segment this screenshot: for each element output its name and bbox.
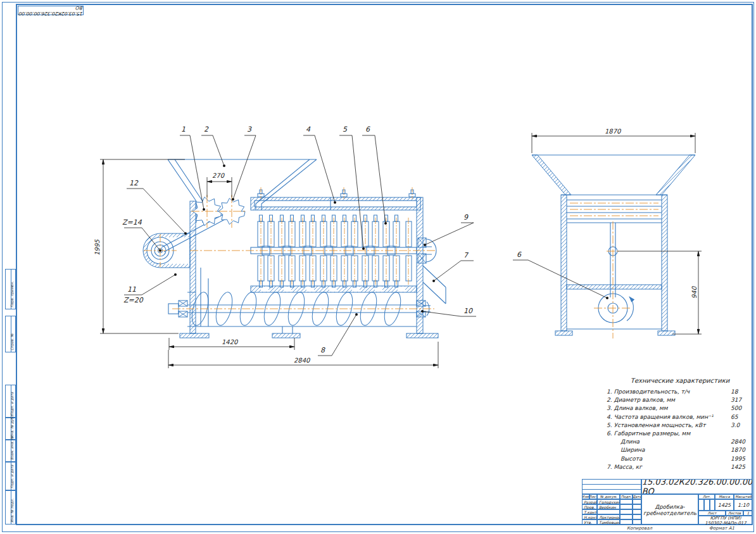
dim-1420: 1420 xyxy=(222,339,237,345)
callout-11: 11 xyxy=(127,286,136,293)
tech-specs: Технические характеристики 1. Производит… xyxy=(607,377,753,472)
leader-dots xyxy=(159,165,608,316)
spec-row: 2. Диаметр валков, мм317 xyxy=(607,397,753,403)
callout-3: 3 xyxy=(247,126,251,133)
spec-row: 5. Установленная мощность, кВт3.0 xyxy=(607,422,753,428)
spec-row: 6. Габаритные размеры, мм xyxy=(607,430,753,437)
callout-9: 9 xyxy=(463,214,468,221)
footer-copied: Копировал xyxy=(627,526,652,531)
drawing-sheet: 15.03.02К20.326.00.00.00 ВО Перв. примен… xyxy=(0,0,756,534)
dim-940: 940 xyxy=(691,287,698,299)
spec-row: 1. Производительность, т/ч18 xyxy=(607,388,753,395)
dim-1995: 1995 xyxy=(94,240,101,256)
spec-row: 7. Масса, кг1425 xyxy=(607,464,753,470)
generated-details xyxy=(179,190,426,327)
dim-1870: 1870 xyxy=(605,128,621,135)
spec-row: 3. Длина валков, мм500 xyxy=(607,405,753,411)
spec-row: Длина2840 xyxy=(607,438,753,445)
callout-4: 4 xyxy=(306,126,310,133)
callout-12: 12 xyxy=(129,180,138,187)
callout-5: 5 xyxy=(343,126,347,133)
callout-8: 8 xyxy=(320,347,325,354)
callout-6: 6 xyxy=(365,126,370,133)
spec-row: Ширина1870 xyxy=(607,447,753,453)
callout-2: 2 xyxy=(204,126,208,133)
tech-specs-title: Технические характеристики xyxy=(607,377,753,384)
spec-row: 4. Частота вращения валков, мин⁻¹65 xyxy=(607,414,753,420)
dim-270: 270 xyxy=(212,173,224,179)
callout-z20: Z=20 xyxy=(123,297,143,304)
dim-2840: 2840 xyxy=(294,357,310,364)
spec-row: Высота1995 xyxy=(607,456,753,462)
callout-side-6: 6 xyxy=(517,251,521,258)
callout-z14: Z=14 xyxy=(122,219,142,226)
callout-10: 10 xyxy=(463,307,472,314)
tb-outline xyxy=(582,479,753,525)
callout-1: 1 xyxy=(181,126,186,133)
footer-format: Формат А1 xyxy=(709,526,734,531)
callout-7: 7 xyxy=(463,252,468,259)
